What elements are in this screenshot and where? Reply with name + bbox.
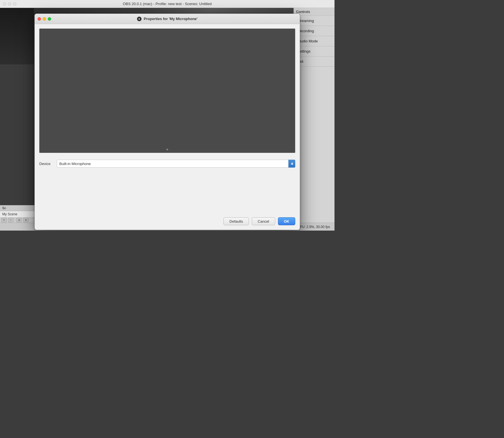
cancel-button[interactable]: Cancel: [252, 217, 275, 225]
device-select-wrapper: Built-in Microphone: [57, 160, 295, 168]
dialog-title: ● Properties for 'My Microphone': [137, 17, 197, 21]
dialog-spacer: [35, 174, 300, 214]
arrow-down-icon: [291, 164, 293, 165]
defaults-button[interactable]: Defaults: [223, 217, 249, 225]
traffic-lights: [3, 2, 16, 6]
close-button[interactable]: [3, 2, 6, 6]
preview-indicator: [166, 149, 168, 150]
maximize-button[interactable]: [13, 2, 16, 6]
dialog-title-text: Properties for 'My Microphone': [144, 17, 197, 21]
dialog-preview-area: [39, 29, 295, 153]
dialog-close-button[interactable]: [38, 17, 41, 21]
dialog-maximize-button[interactable]: [48, 17, 51, 21]
obs-main: Controls Streaming Recording Studio Mode…: [0, 8, 334, 231]
device-select[interactable]: Built-in Microphone: [57, 160, 295, 168]
device-row: Device Built-in Microphone: [39, 160, 295, 168]
dialog-traffic-lights: [38, 17, 51, 21]
dialog-form: Device Built-in Microphone: [35, 157, 300, 174]
device-label: Device: [39, 162, 53, 166]
dialog-buttons: Defaults Cancel OK: [35, 214, 300, 230]
obs-icon: ●: [137, 17, 142, 21]
arrow-up-icon: [291, 162, 293, 164]
ok-button[interactable]: OK: [278, 217, 296, 225]
dialog-titlebar: ● Properties for 'My Microphone': [35, 14, 300, 24]
properties-dialog: ● Properties for 'My Microphone' Device …: [34, 14, 300, 230]
dialog-minimize-button[interactable]: [43, 17, 46, 21]
modal-overlay: ● Properties for 'My Microphone' Device …: [0, 8, 334, 231]
minimize-button[interactable]: [8, 2, 11, 6]
app-title: OBS 20.0.1 (mac) - Profile: new test - S…: [123, 2, 212, 6]
app-titlebar: OBS 20.0.1 (mac) - Profile: new test - S…: [0, 0, 334, 8]
select-arrows-icon: [288, 160, 295, 168]
